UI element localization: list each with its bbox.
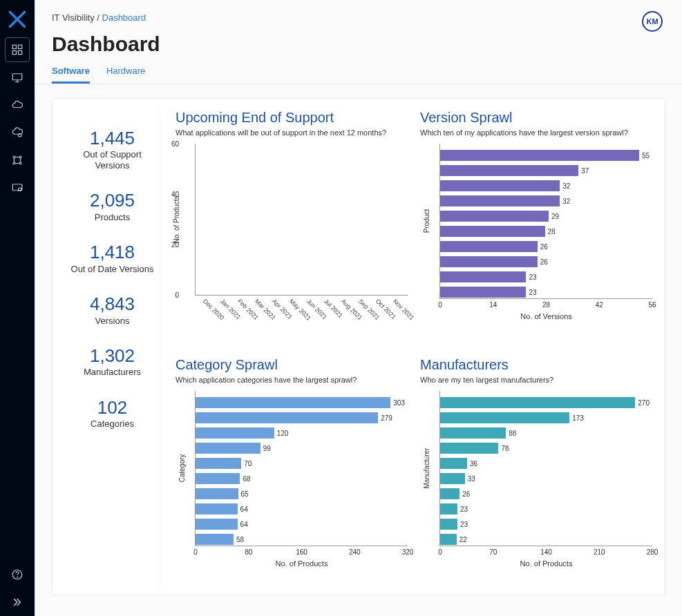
svg-rect-0 [12, 45, 16, 48]
bar[interactable]: 99 [196, 442, 405, 454]
avatar[interactable]: KM [642, 11, 663, 32]
nav-icon-device[interactable] [5, 65, 30, 90]
stat-label: Out of Support Versions [65, 149, 160, 171]
stat-value: 1,302 [84, 347, 141, 365]
svg-point-7 [19, 156, 21, 158]
stat-label: Out of Date Versions [71, 264, 154, 275]
stats-column: 1,445Out of Support Versions2,095Product… [65, 110, 160, 588]
bar[interactable]: 65 [196, 488, 405, 500]
chart-plot: No. of Products0204060Dec 2020Jan 2021Fe… [195, 144, 408, 296]
chart-subtitle: Which ten of my applications have the la… [420, 128, 652, 137]
stat-value: 4,843 [90, 295, 135, 314]
breadcrumb-root: IT Visibility [52, 12, 95, 23]
nav-icon-expand[interactable] [5, 590, 30, 615]
chart-title: Upcoming End of Support [176, 110, 408, 126]
bar[interactable]: 64 [196, 503, 405, 515]
svg-rect-10 [12, 184, 22, 191]
nav-icon-help[interactable] [5, 562, 30, 587]
bar[interactable]: 26 [440, 256, 650, 268]
bar[interactable]: 22 [440, 533, 650, 546]
tab-software[interactable]: Software [52, 66, 90, 84]
bar[interactable]: 68 [196, 472, 405, 485]
bar[interactable]: 70 [196, 457, 405, 470]
svg-point-9 [19, 162, 21, 164]
nav-icon-dashboard[interactable] [5, 37, 30, 62]
bar[interactable]: 29 [440, 210, 650, 222]
svg-rect-3 [19, 51, 22, 55]
nav-icon-cloud[interactable] [5, 93, 30, 117]
bar[interactable]: 37 [440, 164, 650, 177]
bar[interactable]: 28 [440, 225, 650, 238]
chart-title: Manufacturers [420, 357, 652, 373]
bar[interactable]: 23 [440, 503, 650, 515]
chart-plot: Product55373232292826262323No. of Versio… [439, 144, 652, 299]
stat-value: 1,445 [65, 129, 160, 148]
main: IT Visibility / Dashboard KM Dashboard S… [35, 0, 682, 616]
stat-label: Products [90, 212, 135, 223]
bar[interactable]: 26 [440, 488, 650, 500]
dashboard-card: 1,445Out of Support Versions2,095Product… [52, 98, 665, 595]
stat-item: 1,445Out of Support Versions [65, 129, 160, 171]
svg-point-13 [17, 577, 18, 577]
bar[interactable]: 32 [440, 180, 650, 192]
logo-icon [5, 7, 30, 32]
tabs: SoftwareHardware [52, 66, 665, 84]
chart-plot: Category30327912099706865646458No. of Pr… [195, 391, 408, 546]
svg-rect-2 [12, 51, 16, 55]
svg-point-8 [13, 162, 15, 164]
bar[interactable]: 23 [440, 286, 650, 298]
bar[interactable]: 23 [440, 271, 650, 283]
bar[interactable]: 270 [440, 396, 650, 409]
svg-rect-1 [19, 45, 22, 48]
chart-version_sprawl: Version SprawlWhich ten of my applicatio… [420, 110, 652, 340]
stat-value: 2,095 [90, 191, 135, 210]
bar[interactable]: 26 [440, 240, 650, 253]
chart-title: Version Sprawl [420, 110, 652, 126]
header: IT Visibility / Dashboard KM Dashboard S… [35, 0, 682, 84]
stat-item: 102Categories [91, 398, 134, 430]
chart-category_sprawl: Category SprawlWhich application categor… [176, 357, 408, 588]
bar[interactable]: 173 [440, 412, 650, 424]
sidebar [0, 0, 35, 616]
bar[interactable]: 303 [196, 396, 405, 409]
breadcrumb: IT Visibility / Dashboard [52, 12, 665, 23]
content: 1,445Out of Support Versions2,095Product… [35, 84, 682, 616]
bar[interactable]: 36 [440, 457, 650, 470]
bar[interactable]: 88 [440, 427, 650, 439]
bar[interactable]: 33 [440, 472, 650, 485]
stat-item: 2,095Products [90, 191, 135, 222]
stat-label: Categories [91, 418, 134, 430]
stat-item: 1,302Manufacturers [84, 347, 141, 378]
nav-icon-cloud-settings[interactable] [5, 120, 30, 145]
stat-label: Manufacturers [84, 367, 141, 378]
breadcrumb-current[interactable]: Dashboard [102, 12, 146, 23]
page-title: Dashboard [52, 32, 665, 56]
chart-subtitle: What applications will be out of support… [176, 128, 408, 137]
bar[interactable]: 120 [196, 427, 405, 439]
bar[interactable]: 64 [196, 518, 405, 530]
chart-subtitle: Which application categories have the la… [176, 376, 408, 384]
bar[interactable]: 23 [440, 518, 650, 530]
tab-hardware[interactable]: Hardware [106, 66, 145, 84]
bar[interactable]: 279 [196, 412, 405, 424]
bar[interactable]: 58 [196, 533, 405, 546]
svg-rect-4 [12, 74, 22, 80]
nav-icon-security[interactable] [5, 175, 30, 200]
charts-grid: Upcoming End of SupportWhat applications… [176, 110, 652, 588]
svg-point-6 [13, 156, 15, 158]
chart-plot: Manufacturer2701738878363326232322No. of… [439, 391, 652, 546]
chart-title: Category Sprawl [176, 357, 408, 373]
chart-manufacturers: ManufacturersWho are my ten largest manu… [420, 357, 652, 588]
stat-item: 4,843Versions [90, 295, 135, 326]
chart-eos: Upcoming End of SupportWhat applications… [176, 110, 408, 340]
bar[interactable]: 32 [440, 195, 650, 207]
stat-label: Versions [90, 316, 135, 327]
chart-subtitle: Who are my ten largest manufacturers? [420, 376, 652, 384]
stat-value: 102 [91, 398, 134, 417]
stat-value: 1,418 [71, 243, 154, 262]
stat-item: 1,418Out of Date Versions [71, 243, 154, 274]
bar[interactable]: 55 [440, 149, 650, 162]
nav-icon-integrations[interactable] [5, 148, 30, 173]
bar[interactable]: 78 [440, 442, 650, 454]
